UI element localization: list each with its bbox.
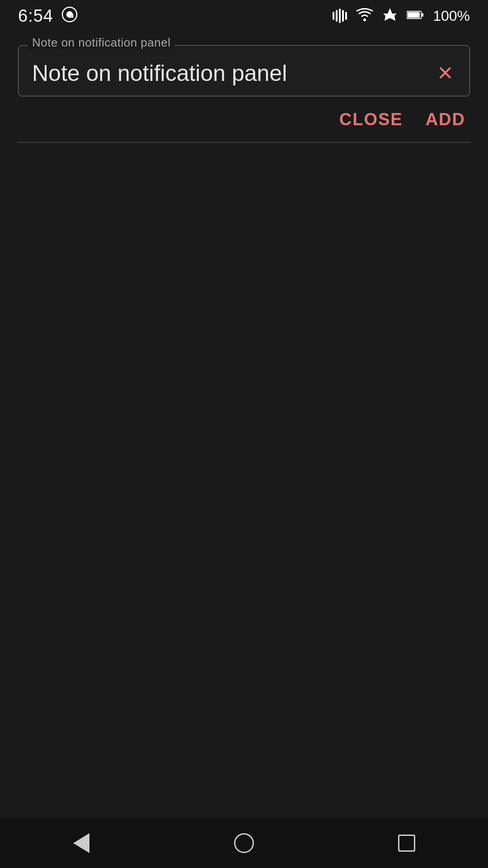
notification-icon bbox=[61, 6, 78, 26]
nav-home-button[interactable] bbox=[217, 825, 271, 861]
battery-icon bbox=[407, 10, 424, 22]
at-icon bbox=[61, 6, 78, 23]
home-icon bbox=[234, 833, 254, 853]
back-icon bbox=[73, 833, 89, 853]
dialog-input-row: Note on notification panel ✕ bbox=[32, 59, 456, 87]
wifi-icon bbox=[356, 8, 373, 24]
status-time: 6:54 bbox=[18, 6, 53, 26]
dialog-input-value[interactable]: Note on notification panel bbox=[32, 60, 435, 86]
status-bar-left: 6:54 bbox=[18, 6, 78, 26]
status-bar: 6:54 bbox=[0, 0, 488, 32]
clear-icon[interactable]: ✕ bbox=[435, 59, 456, 87]
battery-percent: 100% bbox=[433, 8, 470, 24]
nav-back-button[interactable] bbox=[54, 825, 108, 861]
svg-rect-4 bbox=[422, 13, 424, 16]
add-button[interactable]: ADD bbox=[426, 110, 465, 129]
status-bar-right: 100% bbox=[333, 7, 470, 24]
recents-icon bbox=[398, 835, 415, 852]
nav-bar bbox=[0, 818, 488, 868]
dialog-field-label: Note on notification panel bbox=[28, 36, 175, 50]
dialog-card: Note on notification panel Note on notif… bbox=[18, 45, 470, 96]
svg-point-2 bbox=[363, 19, 366, 21]
dialog-divider bbox=[18, 142, 470, 143]
svg-rect-5 bbox=[408, 12, 420, 18]
nav-recents-button[interactable] bbox=[380, 825, 434, 861]
close-button[interactable]: CLOSE bbox=[339, 110, 403, 129]
airplane-icon bbox=[382, 7, 398, 24]
vibrate-icon bbox=[333, 9, 347, 23]
action-buttons: CLOSE ADD bbox=[18, 110, 470, 129]
main-content: Note on notification panel Note on notif… bbox=[0, 32, 488, 818]
